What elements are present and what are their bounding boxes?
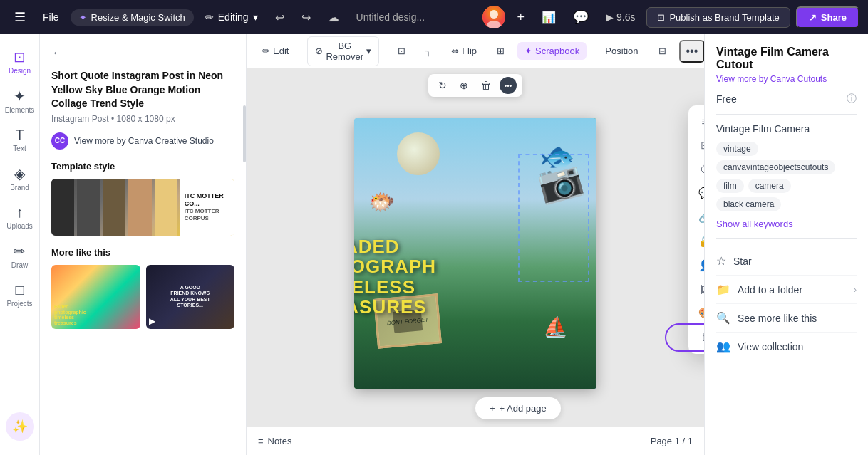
tag-film[interactable]: film xyxy=(716,179,744,193)
context-menu: ≡ Layer › ⊞ Align to page › ⏱ Show timin… xyxy=(688,105,704,354)
menu-item-lock[interactable]: 🔒 Lock xyxy=(688,229,704,253)
resize-magic-switch-button[interactable]: ✦ Resize & Magic Switch xyxy=(71,9,194,26)
thumbnail-item[interactable]: A GOODFRIEND KNOWSALL YOUR BESTSTORIES..… xyxy=(146,265,235,329)
price-label: Free xyxy=(716,93,737,105)
rotate-button[interactable]: ↻ xyxy=(434,77,451,94)
sidebar-item-text[interactable]: T Text xyxy=(3,121,37,158)
right-panel-subtitle[interactable]: View more by Canva Cutouts xyxy=(716,74,857,84)
flip-button[interactable]: ⇔ Flip xyxy=(444,42,484,60)
hamburger-menu[interactable]: ☰ xyxy=(9,6,31,28)
menu-item-comment[interactable]: 💬 Comment Ctrl+Alt xyxy=(688,181,704,205)
arrange-button[interactable]: ⊟ xyxy=(651,42,673,60)
comment-icon[interactable]: 💬 xyxy=(567,6,594,28)
avatar[interactable] xyxy=(482,6,505,28)
tag-vintage[interactable]: vintage xyxy=(716,142,758,156)
back-button[interactable]: ← xyxy=(51,46,234,61)
menu-item-apply-colors[interactable]: 🎨 Apply colours to page xyxy=(688,301,704,325)
menu-item-layer[interactable]: ≡ Layer › xyxy=(688,110,704,133)
uploads-icon: ↑ xyxy=(16,204,24,221)
tag-canvacutouts[interactable]: canvavintageobjectscutouts xyxy=(716,160,835,174)
analytics-icon[interactable]: 📊 xyxy=(536,8,562,27)
pencil-icon: ✏ xyxy=(205,11,214,23)
sidebar-item-uploads[interactable]: ↑ Uploads xyxy=(3,199,37,236)
notes-icon: ≡ xyxy=(258,436,264,446)
design-canvas[interactable]: 🐟 📷 🐡 DONT FORGET ⛵ FADEDPHOTOGRAPHTIMEL… xyxy=(354,118,596,389)
sidebar-item-brand[interactable]: ◈ Brand xyxy=(3,159,37,197)
action-label: View collection xyxy=(738,341,803,352)
menu-item-alt-text[interactable]: 👤 Alternative text xyxy=(688,253,704,278)
thumbnail-item[interactable]: Fadedphotographictimelesstreasures xyxy=(51,265,140,329)
boat-element: ⛵ xyxy=(543,315,568,339)
position-button[interactable]: Position xyxy=(598,42,645,60)
sidebar-item-elements[interactable]: ✦ Elements xyxy=(3,82,37,120)
more-options-button[interactable]: ••• xyxy=(679,40,704,63)
menu-item-timing[interactable]: ⏱ Show timing xyxy=(688,157,704,181)
view-collection-action[interactable]: 👥 View collection xyxy=(716,333,857,360)
elements-icon: ✦ xyxy=(14,88,26,105)
menu-item-align[interactable]: ⊞ Align to page › xyxy=(688,133,704,157)
see-more-like-action[interactable]: 🔍 See more like this xyxy=(716,304,857,333)
left-panel: ← Short Quote Instagram Post in Neon Yel… xyxy=(40,34,247,455)
star-action[interactable]: ☆ Star xyxy=(716,247,857,276)
action-label: Add to a folder xyxy=(738,284,802,296)
tags-container: vintage canvavintageobjectscutouts film … xyxy=(716,142,857,211)
show-all-keywords-link[interactable]: Show all keywords xyxy=(716,219,857,229)
notes-button[interactable]: ≡ Notes xyxy=(258,436,292,446)
right-panel: Vintage Film Camera Cutout View more by … xyxy=(704,34,868,455)
price-info-icon[interactable]: ⓘ xyxy=(847,93,857,105)
more-like-this-label: More like this xyxy=(51,247,234,258)
more-mini-button[interactable]: ••• xyxy=(500,77,517,94)
scrapbook-button[interactable]: ✦ Scrapbook xyxy=(517,42,587,60)
crop-button[interactable]: ⊡ xyxy=(391,42,413,60)
sidebar-item-draw[interactable]: ✏ Draw xyxy=(3,237,37,275)
right-panel-title: Vintage Film Camera Cutout xyxy=(716,46,857,71)
arrange-icon: ⊟ xyxy=(658,46,666,56)
menu-item-link[interactable]: 🔗 Link Ctrl xyxy=(688,205,704,229)
sidebar-item-projects[interactable]: □ Projects xyxy=(3,276,37,313)
creator-link[interactable]: View more by Canva Creative Studio xyxy=(74,136,214,146)
add-collaborator-button[interactable]: + xyxy=(511,7,530,28)
tag-black-camera[interactable]: black camera xyxy=(716,197,781,211)
edit-icon: ✏ xyxy=(262,46,270,56)
sidebar-item-design[interactable]: ⊡ Design xyxy=(3,43,37,80)
scrollbar-thumb[interactable] xyxy=(243,105,246,162)
transparency-button[interactable]: ⊞ xyxy=(490,42,512,60)
bg-remover-button[interactable]: ⊘ BG Remover ▾ xyxy=(307,36,379,66)
chevron-down-icon: ▾ xyxy=(253,11,258,23)
alt-text-icon: 👤 xyxy=(698,259,704,272)
file-menu[interactable]: File xyxy=(37,9,65,26)
corner-button[interactable]: ╮ xyxy=(418,42,438,60)
color-strip-5 xyxy=(155,179,177,236)
editing-dropdown[interactable]: ✏ Editing ▾ xyxy=(200,9,264,26)
thumbnail-grid: Fadedphotographictimelesstreasures A GOO… xyxy=(51,265,234,329)
template-style-preview: ITC MOTTER CO... ITC MOTTER CORPUS xyxy=(51,179,234,236)
add-to-folder-action[interactable]: 📁 Add to a folder › xyxy=(716,276,857,304)
delete-button[interactable]: 🗑 xyxy=(477,77,495,94)
comment-icon: 💬 xyxy=(698,187,704,199)
publish-brand-template-button[interactable]: ⊡ Publish as Brand Template xyxy=(646,7,790,28)
document-title[interactable]: Untitled desig... xyxy=(351,9,431,26)
menu-item-replace-bg[interactable]: 🖼 Replace background xyxy=(688,278,704,301)
add-page-button[interactable]: + + Add page xyxy=(475,397,561,419)
tag-camera[interactable]: camera xyxy=(748,179,791,193)
camera-name: Vintage Film Camera xyxy=(716,123,857,135)
add-page-container: + + Add page xyxy=(475,397,561,419)
magic-studio-button[interactable]: ✨ xyxy=(6,412,34,441)
duplicate-button[interactable]: ⊕ xyxy=(455,77,472,94)
chevron-down-icon: ▾ xyxy=(366,46,371,56)
template-title: Short Quote Instagram Post in Neon Yello… xyxy=(51,69,234,111)
redo-button[interactable]: ↪ xyxy=(296,8,316,27)
edit-button[interactable]: ✏ Edit xyxy=(255,42,296,60)
cloud-save-icon[interactable]: ☁ xyxy=(322,8,345,27)
menu-item-info[interactable]: ℹ Info xyxy=(688,325,704,350)
canvas-mini-toolbar: ↻ ⊕ 🗑 ••• xyxy=(428,74,522,97)
sidebar-item-label: Uploads xyxy=(6,222,33,230)
sidebar-item-label: Brand xyxy=(10,184,29,192)
template-icon: ⊡ xyxy=(657,12,665,23)
share-button[interactable]: ↗ Share xyxy=(796,6,859,28)
divider xyxy=(716,114,857,115)
undo-button[interactable]: ↩ xyxy=(269,8,290,27)
link-icon: 🔗 xyxy=(698,211,704,224)
preview-button[interactable]: ▶ 9.6s xyxy=(600,9,641,26)
bg-remover-icon: ⊘ xyxy=(315,46,323,56)
